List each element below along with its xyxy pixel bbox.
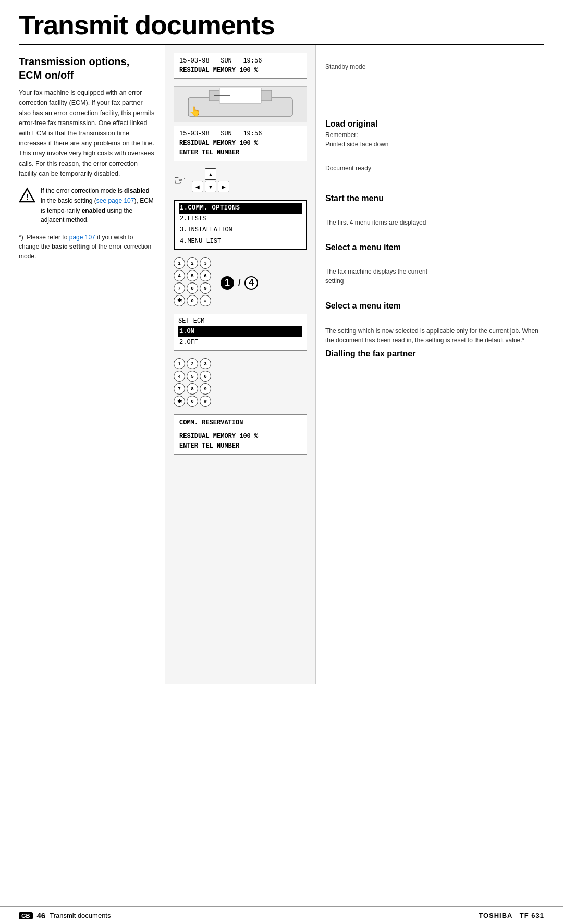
nav-arrow-cluster: ▲ ◀ ▼ ▶ xyxy=(192,168,229,192)
key-1[interactable]: 1 xyxy=(174,257,185,269)
key2-8[interactable]: 8 xyxy=(187,383,198,395)
key-9[interactable]: 9 xyxy=(200,282,211,294)
comm-display: COMM. RESERVATION RESIDUAL MEMORY 100 % … xyxy=(174,414,307,455)
lcd-step2-date: 15-03-98 SUN 19:56 xyxy=(179,129,301,139)
warning-box: ! If the error correction mode is disabl… xyxy=(19,186,155,225)
ecm-option-off[interactable]: 2.OFF xyxy=(178,337,302,348)
menu-items-note: The first 4 menu items are displayed xyxy=(325,218,544,227)
menu-item-comm-options[interactable]: 1.COMM. OPTIONS xyxy=(179,203,302,214)
page-link-107a[interactable]: see page 107 xyxy=(96,197,134,204)
key-4[interactable]: 4 xyxy=(174,270,185,281)
step2-block: 👆 15-03-98 SUN 19:56 RESIDUAL MEMORY 100… xyxy=(174,86,307,161)
menu-item-menu-list[interactable]: 4.MENU LIST xyxy=(179,236,302,247)
key-star[interactable]: ✱ xyxy=(174,295,185,306)
keypad2-row3: 7 8 9 xyxy=(174,383,215,395)
key-6[interactable]: 6 xyxy=(200,270,211,281)
key2-9[interactable]: 9 xyxy=(200,383,211,395)
page-footer: GB 46 Transmit documents TOSHIBA TF 631 xyxy=(0,906,563,924)
key2-3[interactable]: 3 xyxy=(200,358,211,369)
lcd-step1-memory: RESIDUAL MEMORY 100 % xyxy=(179,66,301,75)
arrow-left-btn[interactable]: ◀ xyxy=(192,181,203,192)
lcd-step2-enter: ENTER TEL NUMBER xyxy=(179,148,301,157)
spacer-load-original xyxy=(325,73,544,119)
select-indicators: 1 / 4 xyxy=(221,276,258,290)
load-original-note1: Remember: xyxy=(325,130,544,140)
menu-item-installation[interactable]: 3.INSTALLATION xyxy=(179,225,302,236)
key2-1[interactable]: 1 xyxy=(174,358,185,369)
key-5[interactable]: 5 xyxy=(187,270,198,281)
select-slash: / xyxy=(238,278,240,288)
footer-badge: GB xyxy=(19,912,33,919)
select-key-4[interactable]: 4 xyxy=(244,276,258,290)
start-menu-heading: Start the menu xyxy=(325,194,544,203)
current-setting-text1: The fax machine displays the current xyxy=(325,267,544,276)
key2-0[interactable]: 0 xyxy=(187,396,198,407)
key2-6[interactable]: 6 xyxy=(200,371,211,382)
comm-enter-tel: ENTER TEL NUMBER xyxy=(179,441,301,451)
key-0[interactable]: 0 xyxy=(187,295,198,306)
instruction-dialling: Dialling the fax partner xyxy=(325,349,544,359)
ecm-option-on[interactable]: 1.ON xyxy=(178,326,302,337)
page-wrapper: Transmit documents Transmission options,… xyxy=(0,0,563,924)
keypad2-row4: ✱ 0 # xyxy=(174,396,215,407)
doc-ready-text: Document ready xyxy=(325,164,544,173)
hand-pointer-icon: ☞ xyxy=(174,173,186,189)
lcd-step2-memory: RESIDUAL MEMORY 100 % xyxy=(179,139,301,148)
instruction-select-menu2: Select a menu item xyxy=(325,301,544,311)
select-menu1-heading: Select a menu item xyxy=(325,243,544,252)
key2-7[interactable]: 7 xyxy=(174,383,185,395)
right-column: Standby mode Load original Remember: Pri… xyxy=(316,45,544,684)
key2-star[interactable]: ✱ xyxy=(174,396,185,407)
reset-text: The setting which is now selected is app… xyxy=(325,326,544,345)
menu-item-lists[interactable]: 2.LISTS xyxy=(179,214,302,225)
key2-5[interactable]: 5 xyxy=(187,371,198,382)
select-key-1[interactable]: 1 xyxy=(221,276,234,290)
current-setting-text2: setting xyxy=(325,276,544,286)
key-3[interactable]: 3 xyxy=(200,257,211,269)
keypad2-row1: 1 2 3 xyxy=(174,358,215,369)
footer-left: GB 46 Transmit documents xyxy=(19,911,111,920)
key-hash[interactable]: # xyxy=(200,295,211,306)
hand-arrow-group: ☞ ▲ ◀ ▼ ▶ xyxy=(174,168,229,192)
arrow-right-btn[interactable]: ▶ xyxy=(218,181,229,192)
keypad-row1: 1 2 3 xyxy=(174,257,215,269)
body-text: Your fax machine is equipped with an err… xyxy=(19,88,155,179)
diagram-column: 15-03-98 SUN 19:56 RESIDUAL MEMORY 100 % xyxy=(165,45,316,684)
fax-illustration-svg: 👆 xyxy=(183,88,298,121)
instruction-load-original: Load original Remember: Printed side fac… xyxy=(325,119,544,149)
key-7[interactable]: 7 xyxy=(174,282,185,294)
load-original-heading: Load original xyxy=(325,119,544,129)
keypad2-row2: 4 5 6 xyxy=(174,371,215,382)
warning-text: If the error correction mode is disabled… xyxy=(41,186,155,225)
menu-display: 1.COMM. OPTIONS 2.LISTS 3.INSTALLATION 4… xyxy=(174,200,307,250)
ecm-display: SET ECM 1.ON 2.OFF xyxy=(174,314,307,351)
footer-right: TOSHIBA TF 631 xyxy=(479,911,544,919)
keypad-left: 1 2 3 4 5 6 7 8 9 ✱ xyxy=(174,257,215,306)
warning-icon: ! xyxy=(19,187,35,204)
lcd-step1-date: 15-03-98 SUN 19:56 xyxy=(179,56,301,66)
select-step6-row: 1 2 3 4 5 6 7 8 9 ✱ xyxy=(174,257,307,306)
keypad-right: 1 2 3 4 5 6 7 8 9 ✱ 0 # xyxy=(174,358,215,407)
instruction-select-menu1: Select a menu item xyxy=(325,243,544,252)
comm-residual-memory: RESIDUAL MEMORY 100 % xyxy=(179,432,301,441)
footer-brand: TOSHIBA xyxy=(479,911,512,919)
reset-note: The setting which is now selected is app… xyxy=(325,326,544,345)
key-8[interactable]: 8 xyxy=(187,282,198,294)
document-ready-label: Document ready xyxy=(325,164,544,173)
load-original-note2: Printed side face down xyxy=(325,140,544,149)
page-link-107b[interactable]: page 107 xyxy=(69,233,95,241)
svg-text:!: ! xyxy=(26,193,29,201)
select-menu2-heading: Select a menu item xyxy=(325,301,544,311)
keypad-row3: 7 8 9 xyxy=(174,282,215,294)
lcd-step1: 15-03-98 SUN 19:56 RESIDUAL MEMORY 100 % xyxy=(174,53,307,79)
arrow-down-btn[interactable]: ▼ xyxy=(205,181,216,192)
key2-hash[interactable]: # xyxy=(200,396,211,407)
arrow-up-btn[interactable]: ▲ xyxy=(205,168,216,180)
key-2[interactable]: 2 xyxy=(187,257,198,269)
svg-text:👆: 👆 xyxy=(189,106,201,117)
key2-4[interactable]: 4 xyxy=(174,371,185,382)
step1-lcd: 15-03-98 SUN 19:56 RESIDUAL MEMORY 100 % xyxy=(174,53,307,79)
note-text: *) Please refer to page 107 if you wish … xyxy=(19,232,155,262)
keypad-row4: ✱ 0 # xyxy=(174,295,215,306)
key2-2[interactable]: 2 xyxy=(187,358,198,369)
